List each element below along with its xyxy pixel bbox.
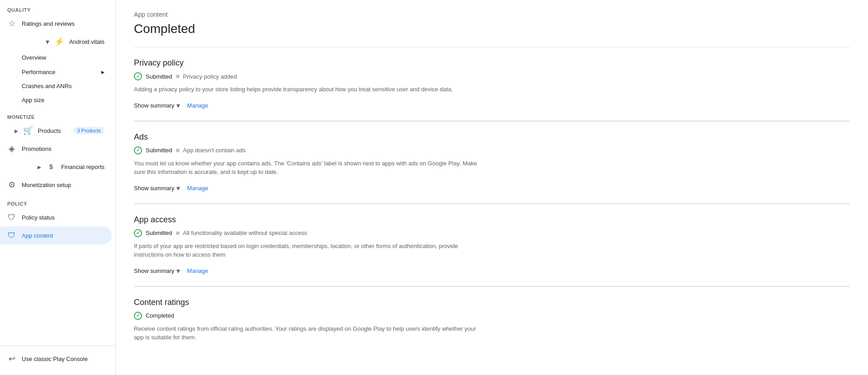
- section-description: Adding a privacy policy to your store li…: [134, 85, 478, 94]
- sidebar-item-label: Promotions: [22, 145, 52, 152]
- section-description: If parts of your app are restricted base…: [134, 242, 478, 259]
- show-summary-row: Show summary ▾ Manage: [134, 184, 850, 192]
- chevron-down-icon: ▾: [46, 38, 49, 46]
- status-text: Submitted: [146, 147, 172, 154]
- sidebar-item-label: Use classic Play Console: [22, 356, 88, 362]
- status-sub-text: All functionality available without spec…: [183, 230, 308, 236]
- status-row: Submitted All functionality available wi…: [134, 229, 850, 237]
- status-circle-grey: [176, 231, 180, 235]
- sidebar-item-overview[interactable]: Overview: [0, 51, 112, 65]
- main-content: App content Completed Privacy policy Sub…: [116, 0, 868, 375]
- sidebar-sub-label: App size: [22, 97, 44, 103]
- sidebar-item-crashes-anrs[interactable]: Crashes and ANRs: [0, 79, 112, 93]
- show-summary-row: Show summary ▾ Manage: [134, 101, 850, 110]
- sidebar-sub-label: Crashes and ANRs: [22, 83, 72, 89]
- show-summary-button[interactable]: Show summary ▾: [134, 101, 180, 110]
- section-description: Receive content ratings from official ra…: [134, 324, 478, 342]
- show-summary-button[interactable]: Show summary ▾: [134, 267, 180, 275]
- section-title: Content ratings: [134, 298, 850, 307]
- sidebar-sub-label: Overview: [22, 54, 46, 61]
- sidebar-item-label: Monetization setup: [22, 182, 71, 188]
- gear-icon: ⚙: [7, 180, 16, 189]
- promotions-icon: ◈: [7, 144, 16, 153]
- status-row: Submitted App doesn't contain ads: [134, 146, 850, 155]
- cart-icon: 🛒: [24, 126, 33, 135]
- status-icon-green: [134, 72, 142, 80]
- section-content-ratings: Content ratings Completed Receive conten…: [134, 286, 850, 360]
- sidebar-item-ratings-reviews[interactable]: ☆ Ratings and reviews: [0, 14, 112, 33]
- sidebar-item-products[interactable]: ▸ 🛒 Products 3 Products: [0, 122, 112, 140]
- star-icon: ☆: [7, 19, 16, 28]
- manage-link[interactable]: Manage: [187, 185, 209, 192]
- sidebar-item-performance[interactable]: Performance ▸: [0, 65, 112, 79]
- manage-link[interactable]: Manage: [187, 267, 209, 274]
- sidebar-section-monetize: Monetize ▸ 🛒 Products 3 Products ◈ Promo…: [0, 107, 115, 194]
- sidebar-item-monetization-setup[interactable]: ⚙ Monetization setup: [0, 176, 112, 194]
- section-description: You must let us know whether your app co…: [134, 159, 478, 177]
- chevron-down-icon: ▾: [176, 184, 180, 192]
- sidebar-sub-label: Performance: [22, 69, 55, 75]
- status-text: Completed: [146, 312, 174, 319]
- sidebar-item-classic-console[interactable]: ↩ Use classic Play Console: [0, 350, 112, 368]
- sidebar-item-policy-status[interactable]: 🛡 Policy status: [0, 208, 112, 226]
- sidebar-section-policy: Policy 🛡 Policy status 🛡 App content: [0, 194, 115, 244]
- chevron-down-icon: ▾: [176, 101, 180, 110]
- show-summary-button[interactable]: Show summary ▾: [134, 184, 180, 192]
- sidebar-section-quality: Quality ☆ Ratings and reviews ▾ ⚡ Androi…: [0, 0, 115, 107]
- section-app-access: App access Submitted All functionality a…: [134, 204, 850, 286]
- sidebar-section-label-quality: Quality: [0, 0, 115, 14]
- vitals-icon: ⚡: [55, 37, 64, 46]
- manage-link[interactable]: Manage: [187, 102, 209, 109]
- classic-icon: ↩: [7, 354, 16, 363]
- status-row: Submitted Privacy policy added: [134, 72, 850, 80]
- status-icon-green: [134, 312, 142, 320]
- sidebar-item-label: Policy status: [22, 214, 55, 221]
- section-ads: Ads Submitted App doesn't contain ads Yo…: [134, 121, 850, 203]
- shield-check-icon: 🛡: [7, 231, 16, 240]
- show-summary-label: Show summary: [134, 102, 175, 109]
- status-text: Submitted: [146, 230, 172, 236]
- sidebar-item-label: Products: [38, 127, 61, 134]
- chevron-down-icon: ▾: [176, 267, 180, 275]
- sidebar-section-label-policy: Policy: [0, 194, 115, 208]
- sidebar-item-android-vitals[interactable]: ▾ ⚡ Android vitals: [0, 33, 112, 51]
- sidebar-item-label: Ratings and reviews: [22, 20, 75, 27]
- sidebar: Quality ☆ Ratings and reviews ▾ ⚡ Androi…: [0, 0, 116, 375]
- show-summary-label: Show summary: [134, 185, 175, 192]
- expand-icon: ▸: [101, 68, 104, 75]
- status-circle-grey: [176, 149, 180, 152]
- status-icon-green: [134, 146, 142, 155]
- page-title: Completed: [134, 22, 850, 36]
- products-badge: 3 Products: [73, 127, 104, 134]
- dollar-icon: $: [47, 162, 56, 171]
- status-row: Completed: [134, 312, 850, 320]
- show-summary-row: Show summary ▾ Manage: [134, 267, 850, 275]
- sidebar-item-label: Android vitals: [69, 38, 104, 45]
- page-header: App content: [134, 0, 850, 22]
- sidebar-item-label: App content: [22, 232, 53, 239]
- sidebar-item-promotions[interactable]: ◈ Promotions: [0, 140, 112, 158]
- sidebar-item-app-size[interactable]: App size: [0, 93, 112, 107]
- sidebar-item-label: Financial reports: [61, 164, 104, 170]
- status-sub-text: App doesn't contain ads: [183, 147, 246, 154]
- status-sub-text: Privacy policy added: [183, 73, 237, 80]
- sidebar-bottom: ↩ Use classic Play Console: [0, 346, 115, 368]
- show-summary-label: Show summary: [134, 267, 175, 274]
- section-title: App access: [134, 215, 850, 225]
- sidebar-item-financial-reports[interactable]: ▸ $ Financial reports: [0, 158, 112, 176]
- sidebar-item-app-content[interactable]: 🛡 App content: [0, 226, 112, 244]
- expand-icon: ▸: [14, 127, 18, 135]
- status-circle-grey: [176, 75, 180, 78]
- shield-icon: 🛡: [7, 213, 16, 222]
- section-title: Ads: [134, 132, 850, 142]
- section-privacy-policy: Privacy policy Submitted Privacy policy …: [134, 47, 850, 121]
- status-icon-green: [134, 229, 142, 237]
- expand-icon: ▸: [38, 163, 41, 171]
- sidebar-section-label-monetize: Monetize: [0, 107, 115, 122]
- section-title: Privacy policy: [134, 58, 850, 68]
- status-text: Submitted: [146, 73, 172, 80]
